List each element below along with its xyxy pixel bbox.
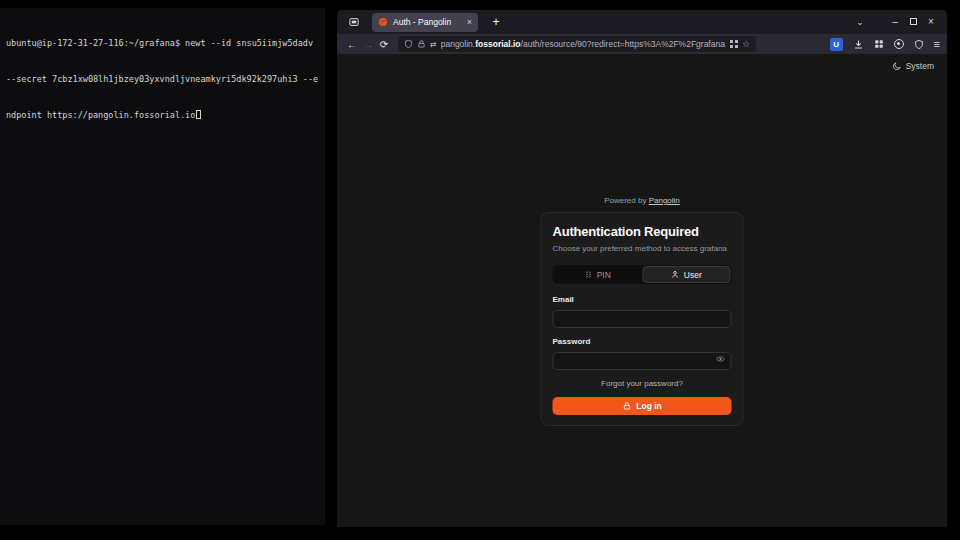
grid-dot: [730, 45, 733, 48]
ublock-extension-icon[interactable]: U: [830, 38, 843, 51]
terminal-line: ndpoint https://pangolin.fossorial.io: [6, 109, 319, 121]
terminal-cursor: [196, 110, 201, 119]
forgot-password-link[interactable]: Forgot your password?: [553, 379, 732, 388]
tab-pin-label: PIN: [597, 270, 611, 280]
firefox-view-icon: [348, 16, 360, 28]
pin-keypad-icon: [585, 270, 593, 279]
tab-user-label: User: [684, 270, 702, 280]
forward-button[interactable]: →: [360, 39, 376, 50]
eye-icon: [716, 354, 726, 364]
card-title: Authentication Required: [553, 224, 732, 239]
window-minimize-button[interactable]: –: [886, 17, 904, 27]
email-field-wrap: [553, 308, 732, 328]
terminal-window[interactable]: ubuntu@ip-172-31-27-116:~/grafana$ newt …: [0, 8, 325, 525]
downloads-icon[interactable]: [853, 39, 864, 50]
window-close-button[interactable]: ×: [922, 17, 940, 27]
desktop: ubuntu@ip-172-31-27-116:~/grafana$ newt …: [0, 0, 960, 540]
password-field[interactable]: [553, 352, 732, 370]
browser-tab-strip: Auth - Pangolin × + ⌄ – ×: [337, 10, 947, 34]
tracking-protection-shield-icon[interactable]: [404, 39, 413, 49]
theme-toggle-label: System: [906, 61, 934, 71]
window-maximize-button[interactable]: [904, 17, 922, 27]
window-controls: – ×: [886, 17, 940, 27]
new-tab-button[interactable]: +: [488, 15, 504, 29]
lock-icon[interactable]: [417, 39, 426, 49]
url-prefix: pangolin.: [441, 39, 476, 49]
list-all-tabs-icon[interactable]: ⌄: [852, 17, 868, 27]
account-icon[interactable]: [894, 39, 904, 49]
url-grid-icon[interactable]: [730, 40, 738, 48]
email-label: Email: [553, 295, 732, 304]
tab-user[interactable]: User: [642, 266, 731, 283]
url-domain: fossorial.io: [475, 39, 520, 49]
url-bar[interactable]: ⇄ pangolin.fossorial.io/auth/resource/90…: [398, 36, 756, 52]
password-label: Password: [553, 337, 732, 346]
grid-dot: [730, 40, 733, 43]
permissions-swap-icon[interactable]: ⇄: [430, 40, 437, 49]
powered-by: Powered by Pangolin: [541, 196, 744, 205]
shield-extension-icon[interactable]: [914, 39, 924, 50]
firefox-view-button[interactable]: [344, 13, 364, 31]
auth-method-tabs: PIN User: [553, 265, 732, 284]
pangolin-favicon: [378, 17, 388, 27]
theme-toggle[interactable]: System: [892, 61, 934, 71]
moon-icon: [892, 61, 902, 71]
tab-title: Auth - Pangolin: [393, 17, 462, 27]
back-button[interactable]: ←: [344, 39, 360, 50]
extensions-icon[interactable]: [874, 39, 884, 49]
auth-card: Authentication Required Choose your pref…: [541, 212, 744, 426]
email-field[interactable]: [553, 310, 732, 328]
terminal-line-text: ndpoint https://pangolin.fossorial.io: [6, 110, 195, 120]
card-subtitle: Choose your preferred method to access g…: [553, 244, 732, 253]
password-field-wrap: [553, 350, 732, 370]
browser-navbar: ← → ⟳ ⇄ pangolin.fossorial.io/auth/resou…: [337, 34, 947, 54]
terminal-line: ubuntu@ip-172-31-27-116:~/grafana$ newt …: [6, 37, 319, 49]
browser-window: Auth - Pangolin × + ⌄ – × ← → ⟳: [337, 10, 947, 527]
user-icon: [671, 270, 680, 279]
powered-by-prefix: Powered by: [604, 196, 648, 205]
terminal-line: --secret 7cbz1xw08lh1jbzey03yxvndljvneam…: [6, 73, 319, 85]
login-lock-icon: [622, 401, 631, 411]
login-button-label: Log in: [636, 401, 662, 411]
hamburger-menu-icon[interactable]: ≡: [934, 38, 940, 50]
login-button[interactable]: Log in: [553, 397, 732, 415]
grid-dot: [735, 40, 738, 43]
grid-dot: [735, 45, 738, 48]
navbar-right-icons: U ≡: [830, 38, 940, 51]
page-content: System Powered by Pangolin Authenticatio…: [337, 54, 947, 527]
url-path: /auth/resource/90?redirect=https%3A%2F%2…: [521, 39, 727, 49]
auth-container: Powered by Pangolin Authentication Requi…: [541, 196, 744, 426]
pangolin-link[interactable]: Pangolin: [649, 196, 680, 205]
url-text: pangolin.fossorial.io/auth/resource/90?r…: [441, 39, 727, 49]
maximize-icon: [910, 18, 917, 25]
tab-close-icon[interactable]: ×: [467, 18, 472, 27]
browser-tab-active[interactable]: Auth - Pangolin ×: [372, 13, 478, 32]
reload-button[interactable]: ⟳: [376, 39, 392, 50]
bookmark-star-icon[interactable]: ☆: [742, 39, 750, 49]
tab-pin[interactable]: PIN: [554, 266, 643, 283]
show-password-button[interactable]: [716, 354, 726, 364]
